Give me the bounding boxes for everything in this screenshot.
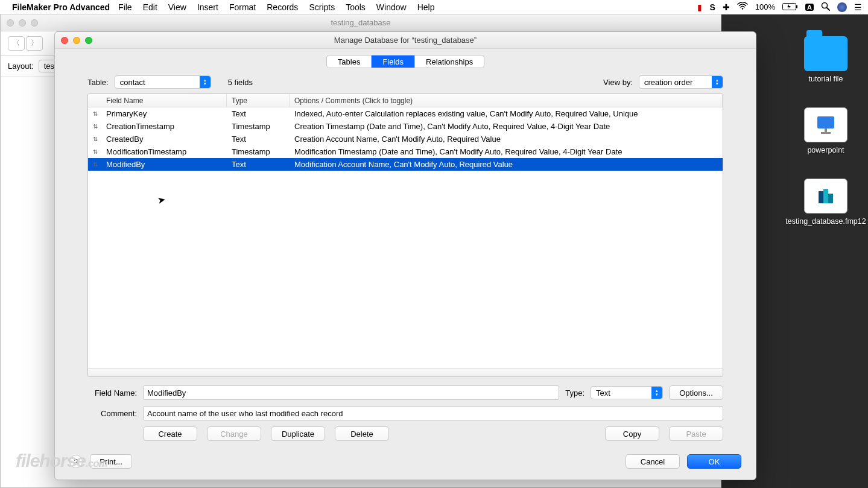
ok-button[interactable]: OK [687,454,741,469]
table-select-value: contact [120,78,145,87]
fieldname-label: Field Name: [87,388,137,398]
comment-input[interactable]: Account name of the user who last modifi… [143,406,723,420]
row-fieldname: CreatedBy [101,135,227,144]
create-button[interactable]: Create [143,426,197,441]
col-type[interactable]: Type [227,94,290,107]
wifi-icon[interactable] [737,2,748,12]
viewby-select-value: creation order [644,78,692,87]
type-select-value: Text [596,388,610,398]
delete-button[interactable]: Delete [335,426,389,441]
menu-format[interactable]: Format [229,2,256,12]
duplicate-button[interactable]: Duplicate [271,426,325,441]
svg-rect-2 [796,5,797,8]
print-button[interactable]: Print... [90,454,132,469]
comment-label: Comment: [87,409,137,418]
layout-label: Layout: [8,62,34,71]
tab-tables[interactable]: Tables [327,55,372,68]
table-row[interactable]: ⇅ModifiedByTextModification Account Name… [88,158,723,171]
menu-records[interactable]: Records [267,2,298,12]
menu-file[interactable]: File [118,2,132,12]
spotlight-icon[interactable] [821,2,830,13]
row-fieldname: ModifiedBy [101,160,227,169]
main-window-title: testing_database [331,18,390,27]
table-row[interactable]: ⇅ModificationTimestampTimestampModificat… [88,145,723,158]
drag-handle-icon[interactable]: ⇅ [88,161,101,168]
type-select[interactable]: Text [591,386,663,399]
menu-insert[interactable]: Insert [197,2,218,12]
video-icon[interactable]: ▮ [697,2,702,12]
tab-fields[interactable]: Fields [372,55,415,68]
dialog-tabs: Tables Fields Relationships [326,55,484,68]
table-label: Table: [87,78,109,87]
svg-rect-6 [825,128,827,132]
s-icon[interactable]: S [709,2,715,12]
table-row[interactable]: ⇅CreationTimestampTimestampCreation Time… [88,120,723,133]
desktop-folder-tutorial[interactable]: tutorial file [790,36,862,83]
options-button[interactable]: Options... [669,385,723,400]
row-type: Text [227,160,290,169]
row-options: Modification Account Name, Can't Modify … [290,160,723,169]
plus-icon[interactable]: ✚ [723,2,730,12]
menu-view[interactable]: View [168,2,186,12]
menu-window[interactable]: Window [376,2,407,12]
field-count: 5 fields [228,78,253,87]
row-type: Text [227,109,290,118]
row-options: Indexed, Auto-enter Calculation replaces… [290,109,723,118]
nav-back-button[interactable]: 〈 [8,36,25,51]
type-label: Type: [565,388,584,398]
siri-icon[interactable] [837,2,847,12]
table-row[interactable]: ⇅CreatedByTextCreation Account Name, Can… [88,133,723,145]
row-options: Modification Timestamp (Date and Time), … [290,147,723,156]
paste-button[interactable]: Paste [669,426,723,441]
row-type: Timestamp [227,147,290,156]
row-type: Timestamp [227,122,290,131]
menu-scripts[interactable]: Scripts [309,2,335,12]
app-name[interactable]: FileMaker Pro Advanced [12,2,110,12]
dialog-titlebar: Manage Database for “testing_database” [55,32,756,49]
row-fieldname: CreationTimestamp [101,122,227,131]
fieldname-input[interactable]: ModifiedBy [143,385,559,400]
chevron-updown-icon [712,76,723,88]
help-button[interactable]: ? [69,455,83,468]
manage-database-dialog: Manage Database for “testing_database” T… [54,31,756,480]
viewby-select[interactable]: creation order [639,75,723,89]
drag-handle-icon[interactable]: ⇅ [88,123,101,130]
drag-handle-icon[interactable]: ⇅ [88,110,101,117]
menu-help[interactable]: Help [417,2,435,12]
main-window-traffic[interactable] [7,19,38,27]
fields-table-body[interactable]: ⇅PrimaryKeyTextIndexed, Auto-enter Calcu… [88,107,723,368]
desktop-item-label: tutorial file [809,75,843,83]
table-select[interactable]: contact [115,75,211,89]
keyboard-icon[interactable]: A [805,4,814,11]
copy-button[interactable]: Copy [605,426,659,441]
col-fieldname[interactable]: Field Name [101,94,227,107]
desktop-item-label: testing_database.fmp12 [785,217,866,226]
battery-icon[interactable] [782,2,798,12]
folder-icon [804,36,847,71]
col-options[interactable]: Options / Comments (Click to toggle) [290,94,723,107]
dialog-traffic[interactable] [61,37,92,44]
menu-edit[interactable]: Edit [143,2,157,12]
desktop-file-testingdb[interactable]: testing_database.fmp12 [790,179,862,226]
dialog-title: Manage Database for “testing_database” [334,36,477,45]
svg-point-0 [741,8,743,10]
row-options: Creation Account Name, Can't Modify Auto… [290,135,723,144]
cancel-button[interactable]: Cancel [626,454,680,469]
svg-line-4 [827,7,830,10]
horizontal-scrollbar[interactable] [88,368,723,376]
drag-handle-icon[interactable]: ⇅ [88,148,101,155]
desktop-file-powerpoint[interactable]: powerpoint [790,107,862,154]
table-row[interactable]: ⇅PrimaryKeyTextIndexed, Auto-enter Calcu… [88,107,723,120]
change-button[interactable]: Change [207,426,261,441]
menu-tools[interactable]: Tools [346,2,366,12]
desktop-item-label: powerpoint [807,146,844,154]
nav-forward-button[interactable]: 〉 [26,36,43,51]
svg-rect-5 [817,116,834,128]
menubar: FileMaker Pro Advanced File Edit View In… [0,0,868,14]
battery-percent: 100% [755,2,775,11]
tab-relationships[interactable]: Relationships [415,55,484,68]
row-type: Text [227,135,290,144]
drag-handle-icon[interactable]: ⇅ [88,136,101,142]
chevron-updown-icon [651,387,662,399]
menu-extras-icon[interactable]: ☰ [854,2,862,12]
